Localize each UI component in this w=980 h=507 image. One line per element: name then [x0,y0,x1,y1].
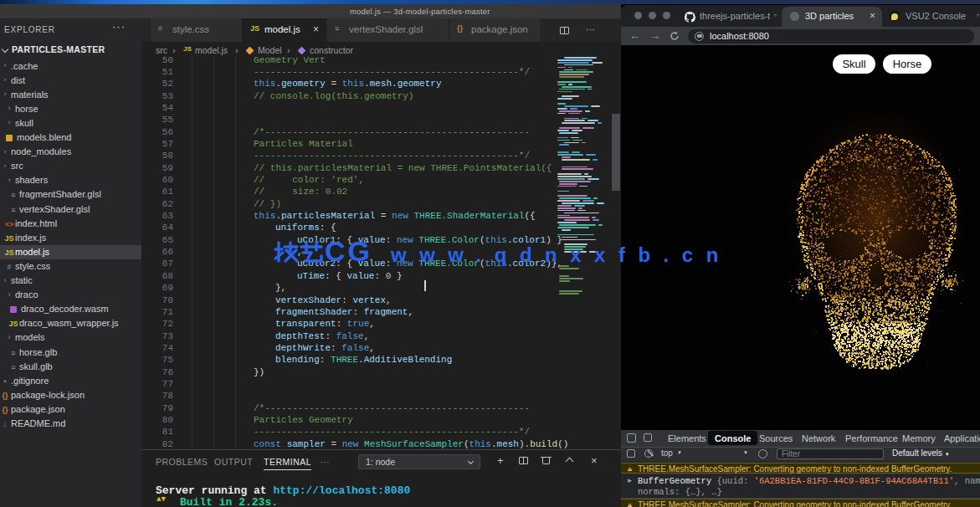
svg-text:www.qdnxxfb.cn: www.qdnxxfb.cn [390,243,731,266]
svg-text:CG: CG [325,240,372,267]
